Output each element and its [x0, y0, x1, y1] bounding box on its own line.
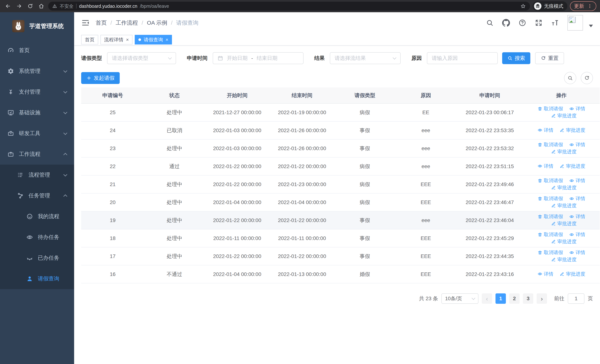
- home-icon[interactable]: [37, 2, 46, 10]
- font-size-icon[interactable]: [551, 19, 559, 27]
- trash-icon: [538, 214, 542, 219]
- sidebar-item[interactable]: 首页: [0, 40, 74, 61]
- approval-progress-link[interactable]: 审批进度: [551, 220, 577, 227]
- approval-progress-link[interactable]: 审批进度: [551, 184, 577, 191]
- chevron-down-icon: [63, 131, 67, 135]
- pagination: 共 23 条 10条/页 ‹ 123 › 前往 页: [81, 293, 593, 304]
- approval-progress-link[interactable]: 审批进度: [551, 238, 577, 245]
- search-icon[interactable]: [486, 19, 494, 27]
- menu-fold-icon[interactable]: [81, 19, 90, 27]
- cancel-leave-link[interactable]: 取消请假: [538, 249, 563, 256]
- edit-icon: [551, 239, 556, 244]
- cell-actions: 取消请假 详情 审批进度: [523, 193, 600, 211]
- bookmark-star-icon[interactable]: [520, 3, 526, 9]
- approval-progress-link[interactable]: 审批进度: [560, 127, 585, 133]
- eye-icon: [538, 128, 542, 132]
- cell-apply-time: 2022-01-22 23:44:35: [456, 247, 523, 265]
- approval-progress-link[interactable]: 审批进度: [551, 256, 577, 263]
- column-header: 申请时间: [456, 87, 523, 103]
- view-tab[interactable]: 流程详情 ×: [100, 35, 132, 45]
- approval-progress-link[interactable]: 审批进度: [560, 163, 585, 169]
- approval-progress-link[interactable]: 审批进度: [551, 112, 577, 119]
- cancel-leave-link[interactable]: 取消请假: [538, 105, 563, 112]
- approval-progress-link[interactable]: 审批进度: [551, 149, 577, 155]
- user-menu-caret-icon[interactable]: [589, 25, 593, 27]
- goto-page-input[interactable]: [568, 293, 584, 304]
- prev-page-button[interactable]: ‹: [482, 293, 492, 304]
- close-tab-icon[interactable]: ×: [166, 37, 168, 42]
- result-select[interactable]: 请选择流结果: [330, 52, 401, 64]
- fullscreen-icon[interactable]: [535, 19, 543, 27]
- back-icon[interactable]: [4, 2, 12, 10]
- approval-progress-link[interactable]: 审批进度: [551, 202, 577, 209]
- active-tab-dot: [138, 38, 141, 41]
- cancel-leave-link[interactable]: 取消请假: [538, 195, 563, 202]
- search-button[interactable]: 搜索: [502, 52, 530, 64]
- detail-link[interactable]: 详情: [569, 141, 585, 148]
- sidebar-item[interactable]: 流程管理: [0, 165, 74, 185]
- briefcase-icon: [7, 151, 14, 158]
- help-icon[interactable]: [518, 19, 526, 27]
- sidebar-item[interactable]: 系统管理: [0, 61, 74, 82]
- cancel-leave-link[interactable]: 取消请假: [538, 231, 563, 238]
- incognito-badge: 无痕模式: [533, 1, 567, 11]
- page-number-button[interactable]: 1: [496, 293, 506, 304]
- rabbit-logo-icon: [12, 20, 24, 32]
- approval-progress-link[interactable]: 审批进度: [560, 271, 585, 277]
- sidebar-item[interactable]: 工作流程: [0, 144, 74, 165]
- close-tab-icon[interactable]: ×: [126, 37, 129, 42]
- detail-link[interactable]: 详情: [538, 163, 553, 169]
- detail-link[interactable]: 详情: [569, 231, 585, 238]
- cell-actions: 详情 审批进度: [523, 157, 600, 175]
- avatar[interactable]: [567, 15, 583, 31]
- view-tab[interactable]: 首页: [81, 35, 98, 45]
- cell-status: 处理中: [144, 193, 205, 211]
- sidebar-item[interactable]: 基础设施: [0, 102, 74, 123]
- sidebar-item[interactable]: 待办任务: [0, 227, 74, 248]
- page-size-select[interactable]: 10条/页: [441, 293, 478, 304]
- date-range-picker[interactable]: 开始日期 - 结束日期: [213, 52, 303, 64]
- cell-end-time: 2022-01-22 00:00:00: [270, 211, 335, 229]
- cell-leave-type: 婚假: [335, 265, 395, 283]
- cell-start-time: 2022-01-22 00:00:00: [205, 247, 270, 265]
- cell-reason: eee: [395, 139, 456, 157]
- reason-input[interactable]: [427, 52, 498, 64]
- next-page-button[interactable]: ›: [537, 293, 547, 304]
- reason-label: 原因: [411, 55, 422, 62]
- browser-menu-icon[interactable]: [587, 4, 592, 9]
- detail-link[interactable]: 详情: [538, 127, 553, 133]
- browser-update-button[interactable]: 更新: [570, 1, 596, 11]
- chevron-up-icon: [63, 153, 67, 157]
- reload-icon[interactable]: [26, 2, 35, 10]
- incognito-label: 无痕模式: [544, 3, 563, 9]
- detail-link[interactable]: 详情: [569, 249, 585, 256]
- reset-button[interactable]: 重置: [535, 52, 564, 64]
- cancel-leave-link[interactable]: 取消请假: [538, 213, 563, 220]
- sidebar-item[interactable]: 支付管理: [0, 82, 74, 102]
- sidebar-item[interactable]: 研发工具: [0, 123, 74, 144]
- app-logo[interactable]: 芋道管理系统: [0, 12, 74, 40]
- detail-link[interactable]: 详情: [538, 271, 553, 277]
- cancel-leave-link[interactable]: 取消请假: [538, 141, 563, 148]
- detail-link[interactable]: 详情: [569, 177, 585, 184]
- toggle-search-button[interactable]: [564, 72, 576, 84]
- detail-link[interactable]: 详情: [569, 105, 585, 112]
- cancel-leave-link[interactable]: 取消请假: [538, 177, 563, 184]
- edit-icon: [560, 128, 564, 132]
- page-number-button[interactable]: 2: [509, 293, 520, 304]
- refresh-table-button[interactable]: [581, 72, 593, 84]
- page-number-button[interactable]: 3: [523, 293, 533, 304]
- leave-type-select[interactable]: 请选择请假类型: [107, 52, 176, 64]
- github-icon[interactable]: [502, 19, 510, 27]
- sidebar-item[interactable]: 任务管理: [0, 185, 74, 206]
- url-bar[interactable]: 不安全 dashboard.yudao.iocoder.cn/bpm/oa/le…: [48, 2, 530, 10]
- sidebar-item[interactable]: 已办任务: [0, 248, 74, 268]
- create-leave-button[interactable]: 发起请假: [81, 72, 120, 84]
- view-tab[interactable]: 请假查询 ×: [135, 35, 172, 45]
- detail-link[interactable]: 详情: [569, 195, 585, 202]
- detail-link[interactable]: 详情: [569, 213, 585, 220]
- sidebar-item[interactable]: 我的流程: [0, 206, 74, 227]
- forward-icon[interactable]: [15, 2, 23, 10]
- cell-apply-id: 23: [81, 139, 144, 157]
- sidebar-item[interactable]: 请假查询: [0, 268, 74, 289]
